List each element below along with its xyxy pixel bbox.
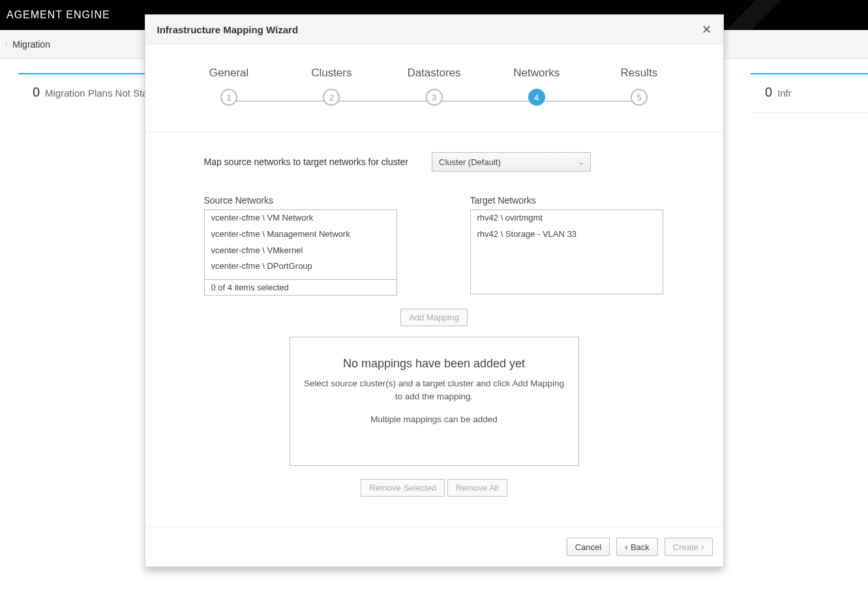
step-label: Networks [485,67,588,80]
wizard-step-datastores[interactable]: Datastores3 [383,67,485,106]
step-label: General [178,67,280,80]
wizard-steps: General1Clusters2Datastores3Networks4Res… [145,44,723,112]
close-icon[interactable]: × [702,22,711,37]
step-label: Datastores [383,67,485,80]
step-circle: 2 [323,89,340,106]
wizard-step-results[interactable]: Results5 [588,67,690,106]
modal-title: Infrastructure Mapping Wizard [157,24,299,35]
step-circle: 1 [220,89,237,106]
step-circle: 3 [426,89,443,106]
wizard-step-clusters[interactable]: Clusters2 [280,67,383,106]
step-connector [434,100,537,102]
step-circle: 5 [631,89,648,106]
wizard-step-networks[interactable]: Networks4 [485,67,588,106]
step-label: Results [588,67,690,80]
step-circle: 4 [528,89,545,106]
step-connector [229,100,331,102]
step-connector [537,100,639,102]
modal-header: Infrastructure Mapping Wizard × [145,15,723,44]
infrastructure-mapping-wizard-modal: Infrastructure Mapping Wizard × General1… [145,14,724,112]
step-label: Clusters [280,67,383,80]
step-connector [331,100,434,102]
wizard-step-general[interactable]: General1 [178,67,280,106]
